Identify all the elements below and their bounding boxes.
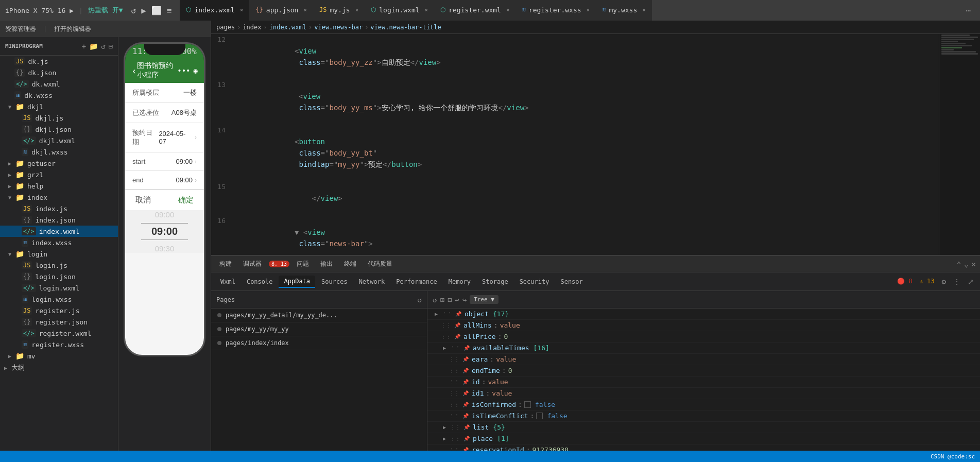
checkbox-isConfirmed[interactable] [524,401,531,408]
folder-grzl[interactable]: ▶ 📁 grzl [0,169,118,180]
file-index-js[interactable]: JS index.js [0,203,118,214]
tab-wxml[interactable]: Wxml [215,276,240,287]
folder-mv[interactable]: ▶ 📁 mv [0,350,118,362]
build-tab[interactable]: 构建 [215,258,236,270]
minimize-panel-icon[interactable]: ⌃ [957,260,961,268]
refresh-data-icon[interactable]: ↺ [433,296,437,304]
tab-appdata[interactable]: AppData [279,276,315,288]
file-login-wxss[interactable]: ≋ login.wxss [0,294,118,305]
more-tabs-icon[interactable]: ⋯ [966,6,971,15]
data-id1[interactable]: ⋮⋮ 📌 id1 : value [427,388,980,399]
tab-my-js[interactable]: JS my.js × [313,0,365,21]
tab-memory[interactable]: Memory [443,276,476,287]
debug-tab[interactable]: 调试器 [239,258,266,270]
tree-mode-selector[interactable]: Tree ▼ [470,295,498,304]
tab-close-icon[interactable]: × [587,7,590,13]
file-dkjl-js[interactable]: JS dkjl.js [0,112,118,124]
collapse-tree-icon[interactable]: ⊟ [109,42,113,50]
file-login-json[interactable]: {} login.json [0,271,118,282]
quality-tab[interactable]: 代码质量 [364,258,397,270]
file-index-json[interactable]: {} index.json [0,214,118,226]
menu-icon[interactable]: ≡ [167,6,172,15]
output-tab[interactable]: 输出 [316,258,337,270]
data-isConfirmed[interactable]: ⋮⋮ 📌 isConfirmed : false [427,399,980,410]
refresh-icon[interactable]: ↺ [131,6,136,15]
breadcrumb-item-wxml[interactable]: index.wxml [269,24,306,31]
refresh-pages-icon[interactable]: ↺ [418,296,422,304]
collapse-all-icon[interactable]: ⊟ [448,296,452,304]
tab-register-wxss[interactable]: ≋ register.wxss × [516,0,596,21]
folder-login[interactable]: ▼ 📁 login [0,248,118,260]
new-folder-icon[interactable]: 📁 [89,42,98,50]
cancel-btn[interactable]: 取消 [135,195,151,205]
tab-app-json[interactable]: {} app.json × [249,0,313,21]
breadcrumb-item-newa-bar-title[interactable]: view.newa-bar-title [370,24,441,31]
terminal-tab[interactable]: 终端 [340,258,360,270]
folder-getuser[interactable]: ▶ 📁 getuser [0,158,118,169]
confirm-btn[interactable]: 确定 [178,195,194,205]
refresh-tree-icon[interactable]: ↺ [101,42,105,50]
detach-icon[interactable]: ⤢ [966,277,976,287]
file-dkjl-wxml[interactable]: ≺/≻ dkjl.wxml [0,135,118,146]
data-allMins[interactable]: ⋮⋮ 📌 allMins : value [427,320,980,331]
compile-icon[interactable]: ▶ [141,6,146,15]
maximize-panel-icon[interactable]: ⌄ [964,260,968,268]
tab-close-icon[interactable]: × [240,7,244,13]
tab-storage[interactable]: Storage [477,276,513,287]
tab-sources[interactable]: Sources [316,276,353,287]
file-dk-js[interactable]: JS dk.js [0,56,118,67]
data-allPrice[interactable]: ⋮⋮ 📌 allPrice : 0 [427,331,980,343]
tab-sensor[interactable]: Sensor [555,276,588,287]
data-isTimeConflict[interactable]: ⋮⋮ 📌 isTimeConflict : false [427,410,980,422]
phone-dots-icon[interactable]: ••• [177,66,190,75]
tab-login-wxml[interactable]: ⬡ login.wxml × [365,0,434,21]
expand-icon[interactable]: ▶ [433,311,440,318]
expand-icon[interactable]: ▶ [441,424,448,431]
data-list[interactable]: ▶ ⋮⋮ 📌 list {5} [427,422,980,433]
tab-close-icon[interactable]: × [425,7,428,13]
data-availableTimes[interactable]: ▶ ⋮⋮ 📌 availableTimes [16] [427,343,980,354]
undo-icon[interactable]: ↩ [455,296,459,304]
folder-help[interactable]: ▶ 📁 help [0,180,118,192]
data-reservationId[interactable]: ⋮⋮ 📌 reservationId : 912736938 [427,444,980,451]
tab-close-icon[interactable]: × [355,7,359,13]
data-id[interactable]: ⋮⋮ 📌 id : value [427,377,980,388]
folder-index[interactable]: ▼ 📁 index [0,192,118,203]
expand-icon[interactable]: ▶ [441,345,448,352]
expand-icon[interactable]: ▶ [441,435,448,442]
hot-reload-btn[interactable]: 热重载 开▼ [88,6,123,15]
tab-security[interactable]: Security [514,276,555,287]
data-endTime[interactable]: ⋮⋮ 📌 endTime : 0 [427,365,980,377]
tab-register-wxml[interactable]: ⬡ register.wxml × [434,0,515,21]
data-object-root[interactable]: ▶ ⋮⋮ 📌 object {17} [427,309,980,320]
new-file-icon[interactable]: + [82,42,86,50]
phone-end-row[interactable]: end 09:00 › [125,171,204,190]
file-dk-wxml[interactable]: ≺/≻ dk.wxml [0,78,118,90]
page-item-my-yy[interactable]: pages/my_yy/my_yy [211,322,427,336]
page-item-my-yy-detail[interactable]: pages/my_yy_detail/my_yy_de... [211,309,427,322]
data-place[interactable]: ▶ ⋮⋮ 📌 place [1] [427,433,980,444]
tab-close-icon[interactable]: × [303,7,307,13]
close-panel-icon[interactable]: × [972,260,976,268]
folder-dkjl[interactable]: ▼ 📁 dkjl [0,101,118,112]
expand-all-icon[interactable]: ⊞ [440,296,444,304]
file-dk-wxss[interactable]: ≋ dk.wxss [0,90,118,101]
file-index-wxss[interactable]: ≋ index.wxss [0,237,118,248]
file-register-js[interactable]: JS register.js [0,305,118,316]
tab-close-icon[interactable]: × [642,7,646,13]
checkbox-isTimeConflict[interactable] [536,413,543,419]
file-dkjl-wxss[interactable]: ≋ dkjl.wxss [0,146,118,158]
tab-index-wxml[interactable]: ⬡ index.wxml × [180,0,249,21]
tab-console[interactable]: Console [242,276,278,287]
file-register-wxss[interactable]: ≋ register.wxss [0,339,118,350]
file-register-wxml[interactable]: ≺/≻ register.wxml [0,328,118,339]
file-login-wxml[interactable]: ≺/≻ login.wxml [0,282,118,294]
settings-icon[interactable]: ⚙ [940,277,948,287]
device-icon[interactable]: ⬜ [151,6,162,15]
phone-date-row[interactable]: 预约日期 2024-05-07 › [125,123,204,152]
tab-my-wxss[interactable]: ≋ my.wxss × [596,0,652,21]
file-login-js[interactable]: JS login.js [0,260,118,271]
file-dkjl-json[interactable]: {} dkjl.json [0,124,118,135]
page-item-index[interactable]: pages/index/index [211,336,427,350]
file-dk-json[interactable]: {} dk.json [0,67,118,78]
